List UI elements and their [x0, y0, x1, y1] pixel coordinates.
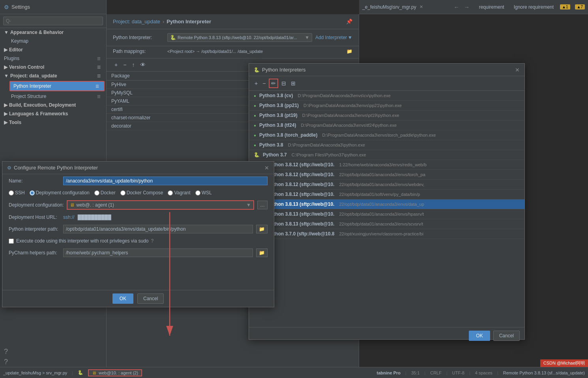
up-package-button[interactable]: ↑ — [130, 61, 136, 69]
interpreters-ok-button[interactable]: OK — [469, 331, 490, 341]
agent-value: web@10. : agent (2) — [99, 370, 138, 375]
sidebar-label-tools: Tools — [9, 120, 21, 125]
interpreter-select[interactable]: 🐍 Remote Python 3.8.13 (sftp://web@10. 2… — [167, 33, 312, 42]
search-input[interactable] — [3, 17, 103, 25]
show-package-button[interactable]: 👁 — [139, 61, 147, 69]
global-top-bar: _e_feishuMsg\srv_mgr.py ✕ ← → requiremen… — [359, 0, 588, 14]
interpreter-list-item[interactable]: ●ote Python 3.8.12 (sftp://web@10.22/opt… — [249, 190, 524, 199]
interpreters-dialog-title: Python Interpreters — [262, 67, 515, 73]
requirement-tab[interactable]: requirement — [476, 3, 507, 11]
interpreter-path-row: Python interpreter path: 📁 — [2, 222, 274, 236]
remove-package-button[interactable]: − — [122, 61, 128, 69]
interp-filter-button[interactable]: ⊟ — [280, 79, 288, 88]
radio-docker-label: Docker — [101, 190, 116, 196]
pin-icon[interactable]: 📌 — [346, 19, 352, 24]
interpreter-list-item[interactable]: ●ote Python 3.8.13 (sftp://web@10.22/opt… — [249, 199, 524, 209]
interpreter-list-item[interactable]: ●ote Python 3.8.13 (sftp://web@10.22/opt… — [249, 209, 524, 219]
nav-back[interactable]: ← — [454, 4, 459, 10]
sidebar-item-python-interpreter-wrapper: Python Interpreter ☰ — [0, 80, 106, 92]
helpers-browse-button[interactable]: 📁 — [256, 248, 268, 257]
configure-dialog-close[interactable]: ✕ — [264, 165, 269, 171]
sidebar-item-project[interactable]: ▼ Project: data_update ☰ — [0, 71, 106, 80]
deployment-config-select[interactable]: 🖥 web@. : agent (1) ▼ — [67, 200, 254, 210]
deployment-dropdown-arrow: ▼ — [246, 202, 251, 208]
nav-forward[interactable]: → — [464, 4, 470, 10]
interpreter-path-input[interactable] — [63, 225, 253, 233]
radio-docker[interactable]: Docker — [94, 190, 116, 196]
tab-close-icon[interactable]: ✕ — [419, 4, 423, 9]
radio-wsl[interactable]: WSL — [195, 190, 212, 196]
interpreter-path: 22/opt/xuxingjun/venv/classroom-practice… — [339, 231, 423, 236]
sidebar-label-languages: Languages & Frameworks — [9, 111, 68, 117]
sidebar-item-plugins[interactable]: Plugins ☰ — [0, 54, 106, 63]
interpreter-path: 22/opt/bdp/data01/anaconda3/envs/scvsrv/… — [339, 222, 423, 226]
interpreter-list-item[interactable]: ●ote Python 3.8.12 (sftp://web@10.22/opt… — [249, 180, 524, 190]
sidebar-label-plugins: Plugins — [4, 56, 96, 61]
agent-status-box[interactable]: 🖥 web@10. : agent (2) — [88, 369, 142, 376]
sidebar-label-keymap: Keymap — [11, 38, 28, 44]
sidebar-item-project-structure[interactable]: Project Structure ☰ — [0, 92, 106, 101]
interpreter-path-browse-button[interactable]: 📁 — [256, 225, 268, 233]
sidebar-item-version-control[interactable]: ▶ Version Control ☰ — [0, 63, 106, 71]
interpreter-list-item[interactable]: ●Python 3.8D:\ProgramData\Anaconda3\pyth… — [249, 140, 524, 150]
interpreter-list-item[interactable]: ●Python 3.8 (torch_paddle)D:\ProgramData… — [249, 130, 524, 140]
interpreter-row: Python Interpreter: 🐍 Remote Python 3.8.… — [107, 29, 359, 46]
interpreter-list-item[interactable]: ●Python 3.8 (pp21)D:\ProgramData\Anacond… — [249, 101, 524, 111]
radio-deployment[interactable]: Deployment configuration — [30, 190, 90, 196]
ignore-requirement-tab[interactable]: Ignore requirement — [511, 3, 557, 11]
interpreter-path: D:\ProgramData\Anaconda3\envs\pt19\pytho… — [302, 113, 399, 118]
host-url-label: Deployment Host URL: — [9, 214, 60, 220]
crlf-status: CRLF — [430, 370, 442, 375]
interpreter-list-item[interactable]: ●ote Python 3.8.13 (sftp://web@10.22/opt… — [249, 219, 524, 229]
radio-ssh-label: SSH — [15, 190, 25, 196]
interpreter-list-item[interactable]: ●Python 3.8 (tf24)D:\ProgramData\Anacond… — [249, 120, 524, 130]
sidebar-item-appearance[interactable]: ▼ Appearance & Behavior — [0, 28, 106, 37]
configure-ok-button[interactable]: OK — [112, 293, 133, 304]
interpreter-list-item[interactable]: ●ote Python 3.7.0 (sftp://web@10.822/opt… — [249, 229, 524, 239]
sidebar-item-build[interactable]: ▶ Build, Execution, Deployment — [0, 101, 106, 109]
help-icon-2[interactable]: ? — [4, 358, 8, 366]
radio-vagrant[interactable]: Vagrant — [168, 190, 190, 196]
interp-remove-button[interactable]: − — [261, 79, 267, 88]
radio-docker-compose[interactable]: Docker Compose — [120, 190, 163, 196]
interpreters-cancel-button[interactable]: Cancel — [493, 331, 520, 341]
interpreter-name: Python 3.8 (pp21) — [259, 103, 299, 108]
interp-edit-button[interactable]: ✏ — [269, 79, 278, 88]
sidebar-label-appearance: Appearance & Behavior — [10, 30, 64, 35]
interpreter-list-item[interactable]: ●ote Python 3.8.12 (sftp://web@10.1:22/h… — [249, 160, 524, 170]
help-icon[interactable]: ? — [151, 238, 154, 244]
interp-config-button[interactable]: ⊞ — [289, 79, 297, 88]
sidebar-item-languages[interactable]: ▶ Languages & Frameworks — [0, 109, 106, 118]
helpers-path-input[interactable] — [63, 248, 253, 257]
interpreter-list-item[interactable]: 🐍Python 3.7C:\Program Files\Python37\pyt… — [249, 150, 524, 160]
search-bar[interactable] — [0, 14, 106, 28]
interpreter-icon: 🐍 — [170, 35, 176, 40]
interpreter-list-item[interactable]: ●ote Python 3.8.12 (sftp://web@10.22/opt… — [249, 170, 524, 180]
deployment-browse-button[interactable]: … — [257, 201, 268, 209]
sidebar-item-tools[interactable]: ▶ Tools — [0, 118, 106, 127]
help-icon-1[interactable]: ? — [4, 348, 8, 356]
interpreter-list-item[interactable]: ●Python 3.8 (cv)D:\ProgramData\Anaconda3… — [249, 91, 524, 101]
configure-cancel-button[interactable]: Cancel — [137, 293, 164, 304]
interpreter-path-label: Python interpreter path: — [9, 226, 60, 232]
breadcrumb-separator: › — [163, 19, 164, 24]
interp-add-button[interactable]: + — [253, 79, 259, 88]
status-separator-2: | — [405, 370, 406, 375]
agent-icon: 🖥 — [92, 370, 96, 375]
interpreter-list-item[interactable]: ●Python 3.8 (pt19)D:\ProgramData\Anacond… — [249, 111, 524, 120]
deployment-config-label: Deployment configuration: — [9, 202, 64, 208]
interpreter-path: 22/opt/bdp/data01/anaconda3/envs/webdev, — [339, 182, 424, 187]
name-label: Name: — [9, 178, 60, 184]
top-tab-filename[interactable]: _e_feishuMsg\srv_mgr.py — [362, 4, 416, 10]
add-interpreter-button[interactable]: Add Interpreter ▼ — [315, 35, 352, 40]
radio-ssh[interactable]: SSH — [9, 190, 25, 196]
add-package-button[interactable]: + — [113, 61, 119, 69]
sidebar-item-keymap[interactable]: Keymap — [0, 37, 106, 45]
name-input[interactable] — [63, 177, 268, 185]
interpreters-dialog-close[interactable]: ✕ — [515, 67, 520, 73]
sidebar-item-editor[interactable]: ▶ Editor — [0, 45, 106, 54]
breadcrumb-project[interactable]: Project: data_update — [113, 19, 160, 24]
sidebar-item-python-interpreter[interactable]: Python Interpreter ☰ — [9, 81, 105, 91]
sudo-checkbox[interactable] — [9, 239, 14, 244]
path-browse-icon[interactable]: 📁 — [346, 49, 352, 54]
